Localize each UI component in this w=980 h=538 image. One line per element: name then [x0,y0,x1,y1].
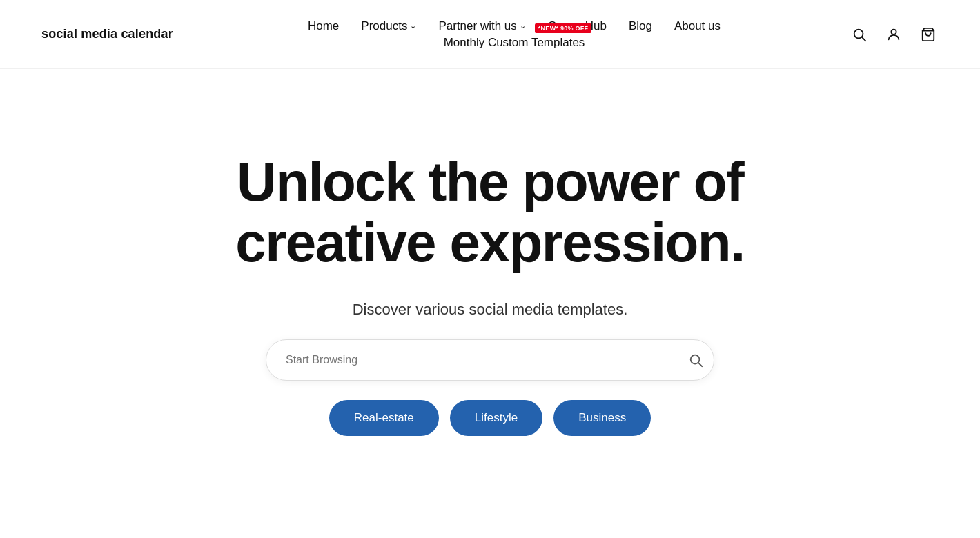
site-logo[interactable]: social media calendar [41,27,179,41]
hero-subtitle: Discover various social media templates. [353,301,628,319]
category-lifestyle[interactable]: Lifestyle [450,400,542,436]
main-nav: Home Products ⌄ Partner with us ⌄ Canva … [179,19,849,50]
search-button[interactable] [849,24,870,45]
nav-link-blog[interactable]: Blog [629,19,652,33]
hero-title: Unlock the power of creative expression. [214,152,766,273]
svg-line-1 [862,37,865,41]
login-button[interactable] [883,24,904,45]
search-input[interactable] [266,339,714,381]
cart-button[interactable] [918,24,939,45]
nav-link-monthly-templates[interactable]: *NEW* 90% OFF Monthly Custom Templates [444,36,585,50]
category-buttons: Real-estate Lifestyle Business [329,400,651,436]
cart-icon [921,27,936,42]
main-content: Unlock the power of creative expression.… [0,69,980,436]
search-icon [688,352,703,368]
category-real-estate[interactable]: Real-estate [329,400,439,436]
header-actions [849,24,939,45]
svg-line-5 [698,363,702,366]
nav-bottom-row: *NEW* 90% OFF Monthly Custom Templates [444,36,585,50]
search-icon [852,27,867,42]
svg-point-2 [891,29,896,34]
nav-link-products[interactable]: Products ⌄ [361,19,416,33]
category-business[interactable]: Business [553,400,651,436]
nav-link-about[interactable]: About us [674,19,721,33]
chevron-down-icon: ⌄ [520,21,526,30]
chevron-down-icon: ⌄ [410,21,416,30]
nav-link-partner[interactable]: Partner with us ⌄ [438,19,525,33]
user-icon [886,27,901,42]
search-container [266,339,714,381]
new-badge: *NEW* 90% OFF [535,23,592,33]
nav-top-row: Home Products ⌄ Partner with us ⌄ Canva … [308,19,721,33]
search-submit-button[interactable] [688,352,703,368]
nav-link-home[interactable]: Home [308,19,339,33]
site-header: social media calendar Home Products ⌄ Pa… [0,0,980,69]
